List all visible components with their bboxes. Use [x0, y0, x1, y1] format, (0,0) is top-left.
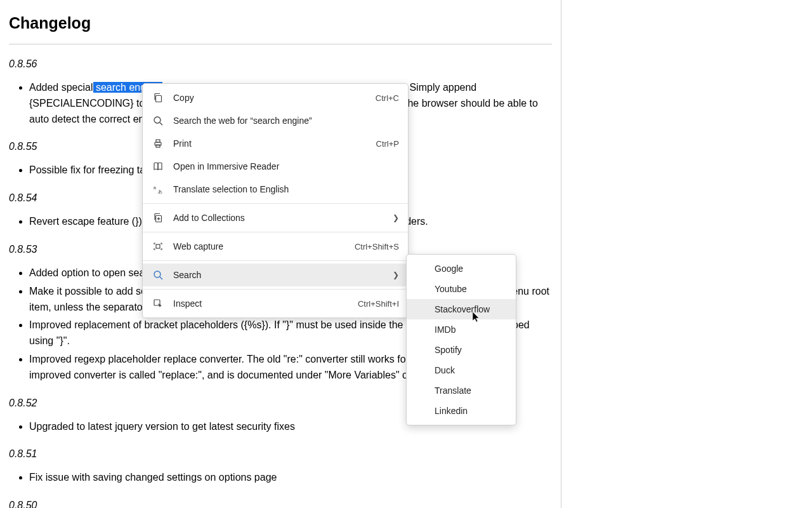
- svg-rect-4: [156, 140, 160, 142]
- menu-separator: [143, 203, 408, 204]
- inspect-icon: [152, 297, 164, 310]
- submenu-label: Google: [435, 264, 507, 274]
- menu-shortcut: Ctrl+Shift+S: [355, 242, 399, 251]
- print-icon: [152, 137, 164, 150]
- page-title: Changelog: [9, 14, 552, 32]
- menu-label: Search the web for “search engine”: [173, 116, 399, 126]
- submenu-label: Linkedin: [435, 406, 507, 416]
- menu-label: Open in Immersive Reader: [173, 161, 399, 171]
- submenu-item-youtube[interactable]: Youtube: [407, 279, 516, 299]
- submenu-label: Translate: [435, 385, 507, 396]
- menu-copy[interactable]: Copy Ctrl+C: [143, 86, 408, 109]
- menu-translate[interactable]: aあ Translate selection to English: [143, 178, 408, 201]
- menu-separator: [143, 232, 408, 232]
- search-icon: [152, 114, 164, 127]
- copy-icon: [152, 91, 164, 104]
- svg-line-2: [160, 123, 162, 125]
- submenu-item-translate[interactable]: Translate: [407, 380, 516, 401]
- submenu-label: Stackoverflow: [435, 304, 507, 314]
- version-label: 0.8.51: [9, 448, 552, 460]
- menu-shortcut: Ctrl+C: [376, 93, 399, 103]
- menu-label: Search: [173, 270, 385, 280]
- menu-print[interactable]: Print Ctrl+P: [143, 132, 408, 155]
- menu-add-to-collections[interactable]: Add to Collections ❯: [143, 206, 408, 229]
- menu-shortcut: Ctrl+P: [376, 139, 399, 149]
- submenu-item-linkedin[interactable]: Linkedin: [407, 401, 516, 421]
- submenu-label: Duck: [435, 365, 507, 375]
- collections-icon: [152, 211, 164, 224]
- submenu-item-spotify[interactable]: Spotify: [407, 340, 516, 360]
- submenu-label: Youtube: [435, 284, 507, 294]
- context-menu: Copy Ctrl+C Search the web for “search e…: [142, 83, 409, 318]
- svg-point-12: [154, 271, 160, 277]
- svg-text:a: a: [154, 185, 156, 190]
- chevron-right-icon: ❯: [393, 271, 399, 279]
- menu-label: Copy: [173, 93, 363, 103]
- submenu-item-google[interactable]: Google: [407, 258, 516, 279]
- svg-point-1: [154, 117, 160, 123]
- menu-inspect[interactable]: Inspect Ctrl+Shift+I: [143, 292, 408, 315]
- extension-icon: [152, 269, 164, 281]
- book-icon: [152, 160, 164, 173]
- menu-label: Inspect: [173, 298, 345, 309]
- svg-rect-11: [156, 244, 160, 248]
- menu-separator: [143, 260, 408, 261]
- list-item-text-pre: Added special: [29, 82, 93, 93]
- menu-label: Translate selection to English: [173, 184, 399, 194]
- translate-icon: aあ: [152, 183, 164, 196]
- submenu-label: IMDb: [435, 324, 507, 335]
- list-item: Fix issue with saving changed settings o…: [29, 470, 552, 486]
- svg-rect-0: [156, 96, 162, 102]
- menu-label: Add to Collections: [173, 213, 385, 223]
- submenu-label: Spotify: [435, 345, 507, 355]
- svg-line-13: [160, 277, 162, 279]
- menu-web-capture[interactable]: Web capture Ctrl+Shift+S: [143, 235, 408, 258]
- page-divider: [9, 44, 552, 44]
- menu-label: Web capture: [173, 241, 342, 251]
- version-label: 0.8.56: [9, 58, 552, 70]
- web-capture-icon: [152, 240, 164, 253]
- menu-search[interactable]: Search ❯: [143, 264, 408, 286]
- submenu-item-duck[interactable]: Duck: [407, 360, 516, 380]
- chevron-right-icon: ❯: [393, 213, 399, 222]
- menu-immersive-reader[interactable]: Open in Immersive Reader: [143, 155, 408, 178]
- menu-label: Print: [173, 138, 363, 149]
- submenu-item-stackoverflow[interactable]: Stackoverflow: [407, 299, 516, 319]
- svg-text:あ: あ: [158, 189, 162, 194]
- menu-separator: [143, 289, 408, 290]
- menu-search-web[interactable]: Search the web for “search engine”: [143, 109, 408, 132]
- search-submenu: GoogleYoutubeStackoverflowIMDbSpotifyDuc…: [406, 254, 516, 425]
- menu-shortcut: Ctrl+Shift+I: [358, 299, 399, 309]
- version-list: Fix issue with saving changed settings o…: [9, 470, 552, 486]
- version-label: 0.8.50: [9, 500, 552, 508]
- submenu-item-imdb[interactable]: IMDb: [407, 319, 516, 340]
